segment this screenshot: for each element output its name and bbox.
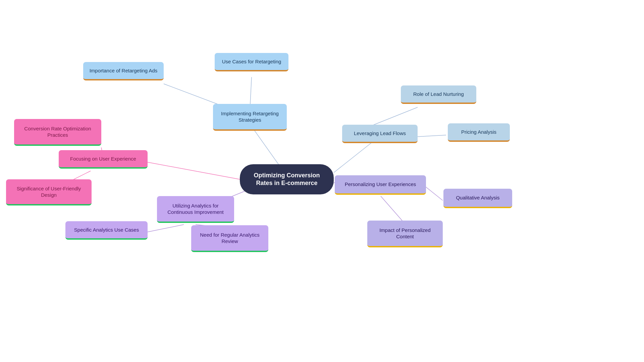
focusing-ux-node: Focusing on User Experience [59,150,148,169]
impact-personalized-content-node: Impact of PersonalizedContent [367,221,443,247]
center-node: Optimizing Conversion Rates in E-commerc… [240,164,334,194]
personalizing-ux-node: Personalizing User Experiences [335,175,426,195]
conversion-rate-node: Conversion Rate OptimizationPractices [14,119,101,146]
specific-analytics-node: Specific Analytics Use Cases [65,221,148,240]
use-cases-retargeting-node: Use Cases for Retargeting [215,53,288,71]
svg-line-14 [381,196,404,223]
utilizing-analytics-node: Utilizing Analytics forContinuous Improv… [157,196,234,223]
role-lead-nurturing-node: Role of Lead Nurturing [401,85,476,104]
svg-line-13 [426,187,443,200]
significance-design-node: Significance of User-FriendlyDesign [6,179,92,205]
svg-line-12 [416,135,446,137]
importance-retargeting-node: Importance of Retargeting Ads [83,62,164,80]
svg-line-1 [146,162,240,179]
svg-line-11 [367,107,418,127]
pricing-analysis-node: Pricing Analysis [448,123,510,142]
need-regular-analytics-node: Need for Regular AnalyticsReview [191,225,268,252]
svg-line-9 [146,225,184,232]
qualitative-analysis-node: Qualitative Analysis [443,189,512,208]
leveraging-lead-flows-node: Leveraging Lead Flows [342,125,418,143]
implementing-retargeting-node: Implementing RetargetingStrategies [213,104,287,131]
